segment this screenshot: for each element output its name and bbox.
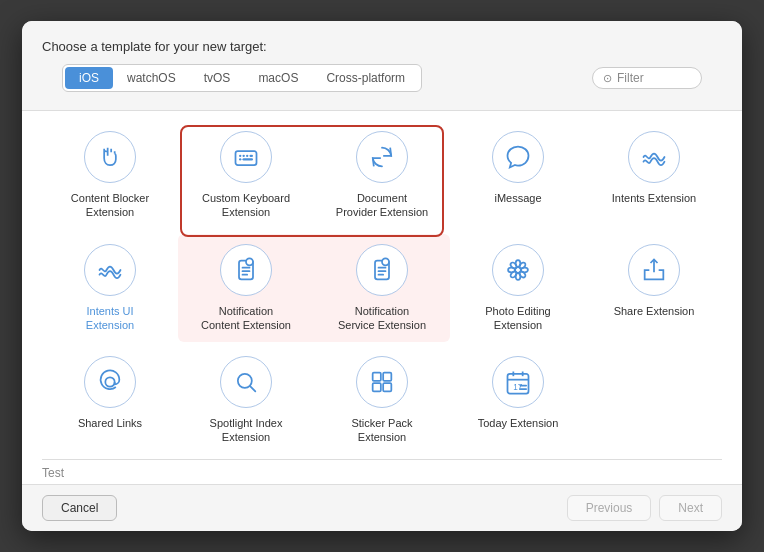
dialog-title: Choose a template for your new target: [42, 39, 722, 54]
previous-button[interactable]: Previous [567, 495, 652, 521]
template-dialog: Choose a template for your new target: i… [22, 21, 742, 531]
today-icon-circle: 17 [492, 356, 544, 408]
svg-text:17: 17 [513, 383, 523, 392]
svg-point-27 [105, 378, 114, 387]
item-intents-ui[interactable]: Intents UIExtension [42, 234, 178, 343]
sticker-pack-label: Sticker PackExtension [351, 416, 412, 445]
spotlight-index-icon-circle [220, 356, 272, 408]
tab-filter-row: iOS watchOS tvOS macOS Cross-platform ⊙ … [42, 64, 722, 92]
share-label: Share Extension [614, 304, 695, 318]
content-blocker-icon-circle [84, 131, 136, 183]
svg-rect-30 [373, 373, 381, 381]
sticker-pack-icon-circle [356, 356, 408, 408]
at-icon [96, 368, 124, 396]
notification-service-icon-circle [356, 244, 408, 296]
document-provider-icon-circle [356, 131, 408, 183]
template-grid-area: Content BlockerExtension [22, 110, 742, 485]
tab-crossplatform[interactable]: Cross-platform [312, 67, 419, 89]
spotlight-index-label: Spotlight IndexExtension [210, 416, 283, 445]
grid4-icon [368, 368, 396, 396]
platform-tabs: iOS watchOS tvOS macOS Cross-platform [62, 64, 422, 92]
nav-buttons: Previous Next [567, 495, 722, 521]
notification-service-label: NotificationService Extension [338, 304, 426, 333]
calendar-icon: 17 [504, 368, 532, 396]
shared-links-icon-circle [84, 356, 136, 408]
today-label: Today Extension [478, 416, 559, 430]
item-today[interactable]: 17 Today Extension [450, 346, 586, 455]
filter-label: Filter [617, 71, 644, 85]
template-grid: Content BlockerExtension [42, 121, 722, 455]
notification-content-label: NotificationContent Extension [201, 304, 291, 333]
svg-rect-33 [383, 383, 391, 391]
item-intents[interactable]: Intents Extension [586, 121, 722, 230]
item-imessage[interactable]: iMessage [450, 121, 586, 230]
hand-icon [96, 143, 124, 171]
svg-rect-32 [373, 383, 381, 391]
svg-line-29 [250, 386, 255, 391]
item-notification-content[interactable]: NotificationContent Extension [178, 234, 314, 343]
item-custom-keyboard[interactable]: Custom KeyboardExtension [178, 121, 314, 230]
photo-editing-icon-circle [492, 244, 544, 296]
squiggle-icon [640, 143, 668, 171]
share-icon [640, 256, 668, 284]
refresh-icon [368, 143, 396, 171]
tab-ios[interactable]: iOS [65, 67, 113, 89]
search-icon [232, 368, 260, 396]
photo-editing-label: Photo EditingExtension [485, 304, 550, 333]
intents-ui-icon-circle [84, 244, 136, 296]
grid-wrapper: Content BlockerExtension [42, 121, 722, 455]
filter-icon: ⊙ [603, 72, 612, 85]
dialog-footer: Cancel Previous Next [22, 485, 742, 531]
empty-cell-1 [586, 346, 722, 455]
tab-tvos[interactable]: tvOS [190, 67, 245, 89]
intents-label: Intents Extension [612, 191, 696, 205]
item-share[interactable]: Share Extension [586, 234, 722, 343]
tab-watchos[interactable]: watchOS [113, 67, 190, 89]
next-button[interactable]: Next [659, 495, 722, 521]
test-section-label: Test [42, 459, 722, 482]
shared-links-label: Shared Links [78, 416, 142, 430]
tab-macos[interactable]: macOS [244, 67, 312, 89]
squiggle2-icon [96, 256, 124, 284]
svg-point-14 [382, 258, 389, 265]
filter-box[interactable]: ⊙ Filter [592, 67, 702, 89]
notification-content-icon-circle [220, 244, 272, 296]
intents-icon-circle [628, 131, 680, 183]
content-blocker-label: Content BlockerExtension [71, 191, 149, 220]
notif1-icon [232, 256, 260, 284]
bubble-icon [504, 143, 532, 171]
keyboard-icon [232, 143, 260, 171]
cancel-button[interactable]: Cancel [42, 495, 117, 521]
imessage-icon-circle [492, 131, 544, 183]
custom-keyboard-label: Custom KeyboardExtension [202, 191, 290, 220]
notif2-icon [368, 256, 396, 284]
imessage-label: iMessage [494, 191, 541, 205]
item-spotlight-index[interactable]: Spotlight IndexExtension [178, 346, 314, 455]
svg-rect-31 [383, 373, 391, 381]
document-provider-label: DocumentProvider Extension [336, 191, 428, 220]
item-shared-links[interactable]: Shared Links [42, 346, 178, 455]
intents-ui-label: Intents UIExtension [86, 304, 134, 333]
share-icon-circle [628, 244, 680, 296]
flower-icon [504, 256, 532, 284]
custom-keyboard-icon-circle [220, 131, 272, 183]
dialog-header: Choose a template for your new target: i… [22, 21, 742, 110]
item-photo-editing[interactable]: Photo EditingExtension [450, 234, 586, 343]
item-content-blocker[interactable]: Content BlockerExtension [42, 121, 178, 230]
item-document-provider[interactable]: DocumentProvider Extension [314, 121, 450, 230]
svg-point-9 [246, 258, 253, 265]
item-sticker-pack[interactable]: Sticker PackExtension [314, 346, 450, 455]
item-notification-service[interactable]: NotificationService Extension [314, 234, 450, 343]
